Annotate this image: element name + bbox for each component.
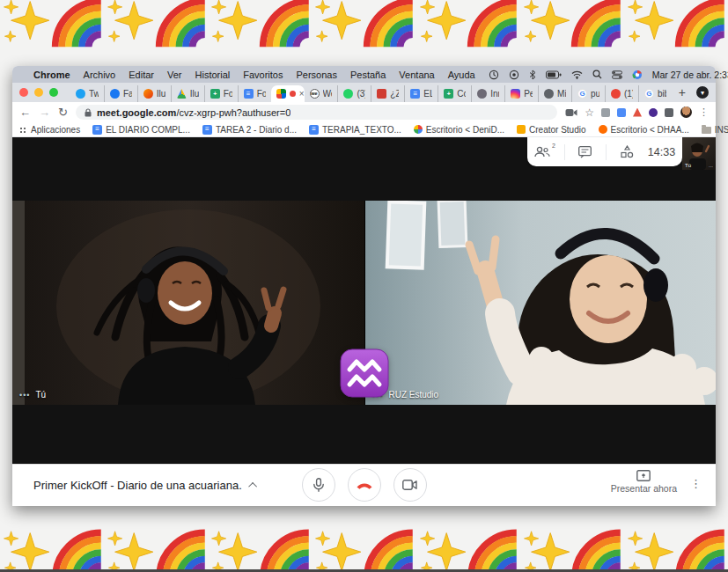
bookmark-tarea-2-diario-d[interactable]: TAREA 2 - Diario d... <box>202 125 297 135</box>
close-window-button[interactable] <box>19 88 28 97</box>
tab-firefox[interactable]: Ilust <box>137 85 171 102</box>
self-view-thumbnail[interactable]: Tú ... <box>682 137 716 170</box>
menu-item-chrome[interactable]: Chrome <box>33 70 70 80</box>
menu-item-ventana[interactable]: Ventana <box>399 70 434 80</box>
extension-red-icon[interactable] <box>633 108 642 117</box>
menu-item-personas[interactable]: Personas <box>297 70 337 80</box>
tab-zer[interactable]: ¿Zer <box>371 85 404 102</box>
tab-facebook[interactable]: Face <box>104 85 137 102</box>
tab-google[interactable]: pueb <box>571 85 605 102</box>
url-text: meet.google.com/cvz-xgrp-pwh?authuser=0 <box>97 107 290 118</box>
docs-icon <box>202 125 212 135</box>
present-now-button[interactable]: Presentar ahora <box>611 470 677 494</box>
window-controls <box>19 88 58 97</box>
sparkles-emoji <box>624 0 675 49</box>
self-view-options-icon[interactable]: ... <box>709 163 713 168</box>
close-tab-icon[interactable]: × <box>299 89 305 99</box>
rainbow-emoji <box>51 526 105 572</box>
drive-favicon <box>177 89 187 99</box>
camera-button[interactable] <box>393 468 427 502</box>
tab-gmail-red[interactable]: (1) F <box>605 85 638 102</box>
tab-docs[interactable]: Form <box>238 85 271 102</box>
tab-sheets[interactable]: Form <box>204 85 238 102</box>
screen-time-icon[interactable] <box>489 70 499 80</box>
participant-video-tu[interactable]: ••• Tú <box>12 201 364 405</box>
toolbar-divider <box>606 144 607 160</box>
rainbow-emoji <box>259 0 313 49</box>
wifi-icon[interactable] <box>571 70 583 79</box>
menu-item-ayuda[interactable]: Ayuda <box>448 70 475 80</box>
sparkles-emoji <box>520 0 571 49</box>
camera-active-icon[interactable] <box>565 108 577 117</box>
zoom-window-button[interactable] <box>49 88 58 97</box>
menubar-clock[interactable]: Mar 27 de abr. 2:33 p. m. <box>652 70 728 80</box>
folder-icon <box>702 127 711 134</box>
activities-icon[interactable] <box>621 145 634 158</box>
tab-title: bibli <box>658 89 666 99</box>
battery-icon[interactable] <box>546 70 562 79</box>
reload-icon[interactable]: ↻ <box>58 106 68 118</box>
minimize-window-button[interactable] <box>34 88 43 97</box>
tab-google[interactable]: bibli <box>638 85 672 102</box>
bookmark-terapia-texto[interactable]: TERAPIA_TEXTO... <box>309 125 401 135</box>
extensions-puzzle-icon[interactable] <box>665 108 673 117</box>
back-icon[interactable]: ← <box>19 106 31 118</box>
record-icon[interactable] <box>509 70 519 80</box>
tab-docs[interactable]: EL D <box>404 85 438 102</box>
meeting-details-chevron-icon[interactable] <box>248 482 257 491</box>
tab-instagram[interactable]: Pen <box>504 85 538 102</box>
menu-item-historial[interactable]: Historial <box>195 70 231 80</box>
meet-options-icon[interactable]: ⋮ <box>690 477 702 490</box>
spotlight-icon[interactable] <box>592 70 602 79</box>
bookmarks-bar: AplicacionesEL DIARIO COMPL...TAREA 2 - … <box>12 122 716 137</box>
microphone-button[interactable] <box>302 468 335 502</box>
bookmark-creator-studio[interactable]: Creator Studio <box>517 125 585 135</box>
bookmark-inspo-job[interactable]: INSPO JOB <box>702 125 728 135</box>
extension-purple-icon[interactable] <box>649 108 658 117</box>
sparkles-emoji <box>416 526 467 572</box>
tab-title: Form <box>224 89 232 99</box>
rainbow-emoji <box>674 526 728 572</box>
tile-options-icon[interactable]: ••• <box>19 391 30 400</box>
bookmark-el-diario-compl[interactable]: EL DIARIO COMPL... <box>92 125 190 135</box>
extension-screenshot-icon[interactable] <box>601 108 610 117</box>
tab-title: Ilust <box>157 89 165 99</box>
chrome-icon[interactable] <box>632 70 643 80</box>
menu-item-ver[interactable]: Ver <box>167 70 182 80</box>
tab-whatsapp[interactable]: (3) V <box>337 85 371 102</box>
bookmark-aplicaciones[interactable]: Aplicaciones <box>19 125 80 135</box>
bookmark-star-icon[interactable]: ☆ <box>585 107 594 118</box>
profile-avatar[interactable] <box>680 106 692 118</box>
menu-item-favoritos[interactable]: Favoritos <box>243 70 283 80</box>
chat-icon[interactable] <box>578 146 592 158</box>
facebook-favicon <box>110 89 120 99</box>
menu-item-archivo[interactable]: Archivo <box>84 70 116 80</box>
tab-globe[interactable]: Micr <box>538 85 571 102</box>
menu-item-pestaña[interactable]: Pestaña <box>350 70 386 80</box>
extension-blue-icon[interactable] <box>617 108 626 117</box>
new-tab-button[interactable]: + <box>672 85 693 102</box>
tab-inmi[interactable]: Inmi <box>471 85 504 102</box>
participants-icon[interactable]: 2 <box>534 146 550 158</box>
participant-video-ruz-estudio[interactable]: ••• RUZ Estudio <box>364 201 716 405</box>
chrome-menu-icon[interactable]: ⋮ <box>699 106 709 118</box>
bookmark-escritorio-dhaa[interactable]: Escritorio < DHAA... <box>599 125 689 135</box>
inmi-favicon <box>477 89 487 99</box>
tab-sheets[interactable]: Con <box>438 85 471 102</box>
rainbow-emoji <box>363 526 416 572</box>
control-center-icon[interactable] <box>612 70 622 79</box>
tab-drive[interactable]: Ilust <box>171 85 204 102</box>
forward-icon[interactable]: → <box>39 106 50 118</box>
bookmark-escritorio-denid[interactable]: Escritorio < DeniD... <box>414 125 504 135</box>
tab-wetransfer[interactable]: WeT <box>305 85 338 102</box>
bookmark-label: TAREA 2 - Diario d... <box>216 125 297 135</box>
lock-icon <box>85 108 92 117</box>
menu-item-editar[interactable]: Editar <box>129 70 154 80</box>
tab-active-meet[interactable]: × <box>271 85 305 102</box>
url-omnibox[interactable]: meet.google.com/cvz-xgrp-pwh?authuser=0 <box>76 105 557 120</box>
tab-search-icon[interactable]: ▾ <box>696 86 709 99</box>
google-meet-page: 2 14:33 Tú ... <box>12 137 716 506</box>
tab-twitter[interactable]: Twe <box>70 85 104 102</box>
bluetooth-icon[interactable] <box>529 70 536 80</box>
hang-up-button[interactable] <box>348 468 381 502</box>
